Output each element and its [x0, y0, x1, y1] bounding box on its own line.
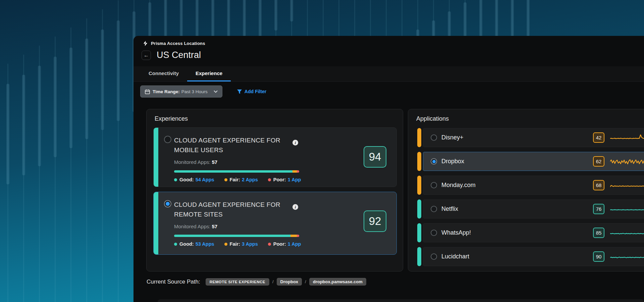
app-accent-stripe	[417, 152, 421, 171]
app-accent-stripe	[417, 128, 421, 147]
application-score-badge: 62	[593, 156, 604, 167]
content-area: Experiences CLOUD AGENT EXPERIENCE FORMO…	[146, 109, 644, 271]
application-sparkline	[610, 132, 644, 144]
application-row[interactable]: Disney+ 42	[417, 128, 644, 147]
application-radio[interactable]	[431, 158, 437, 165]
apps-distribution-bar	[174, 235, 299, 237]
back-button[interactable]: ←	[142, 51, 151, 60]
monitored-apps: Monitored Apps:57	[174, 224, 396, 229]
application-score-badge: 85	[593, 228, 604, 238]
experience-title: CLOUD AGENT EXPERIENCE FORREMOTE SITES	[174, 200, 288, 219]
app-window: Prisma Access Locations ← US Central Con…	[133, 36, 644, 302]
application-score-badge: 76	[593, 204, 604, 214]
good-segment	[174, 235, 290, 237]
path-separator: /	[272, 279, 274, 284]
calendar-icon	[145, 89, 150, 94]
fair-segment	[290, 235, 297, 237]
path-separator: /	[305, 279, 306, 284]
application-radio[interactable]	[431, 134, 437, 141]
poor-segment	[297, 170, 299, 173]
application-row[interactable]: Lucidchart 90	[417, 247, 644, 266]
app-accent-stripe	[417, 176, 421, 195]
source-path-chip: Dropbox	[277, 278, 302, 286]
experience-card[interactable]: CLOUD AGENT EXPERIENCE FORMOBILE USERS i…	[153, 127, 397, 187]
good-dot-icon	[174, 243, 177, 246]
legend-good: Good:53 Apps	[174, 241, 214, 247]
fair-dot-icon	[224, 243, 227, 246]
title-row: ← US Central	[142, 50, 201, 60]
app-accent-stripe	[417, 247, 421, 266]
info-icon[interactable]: i	[292, 140, 298, 145]
good-segment	[174, 170, 292, 173]
next-section-edge	[158, 299, 644, 302]
tab-experience[interactable]: Experience	[187, 66, 231, 81]
filter-bar: Time Range: Past 3 Hours Add Filter	[140, 85, 266, 98]
monitored-apps: Monitored Apps:57	[174, 159, 396, 165]
time-range-label: Time Range:	[153, 89, 180, 94]
current-source-path: Current Source Path: REMOTE SITE EXPERIE…	[147, 278, 366, 286]
app-accent-stripe	[417, 223, 421, 242]
application-card[interactable]: WhatsApp! 85	[423, 223, 644, 242]
experience-radio[interactable]	[164, 136, 171, 143]
apps-distribution-bar	[174, 170, 299, 173]
filter-funnel-icon	[237, 89, 242, 94]
source-path-chip: REMOTE SITE EXPERIENCE	[206, 278, 269, 286]
application-sparkline	[610, 227, 644, 239]
prisma-logo-icon	[143, 41, 148, 46]
good-dot-icon	[174, 178, 177, 181]
application-sparkline	[610, 251, 644, 263]
poor-dot-icon	[268, 243, 271, 246]
poor-apps-link[interactable]: 1 App	[288, 241, 301, 247]
brand: Prisma Access Locations	[143, 41, 205, 46]
application-radio[interactable]	[431, 182, 437, 188]
fair-segment	[292, 170, 297, 173]
application-name: Dropbox	[441, 158, 464, 165]
legend-poor: Poor:1 App	[268, 241, 301, 247]
good-apps-link[interactable]: 53 Apps	[196, 241, 214, 247]
application-name: Monday.com	[441, 182, 476, 189]
legend-fair: Fair:2 Apps	[224, 177, 258, 182]
application-score-badge: 42	[593, 132, 604, 143]
time-range-value: Past 3 Hours	[181, 89, 208, 94]
application-row[interactable]: WhatsApp! 85	[417, 223, 644, 242]
fair-dot-icon	[224, 178, 227, 181]
info-icon[interactable]: i	[292, 204, 298, 210]
application-radio[interactable]	[431, 206, 437, 212]
application-row[interactable]: Netflix 76	[417, 199, 644, 219]
application-card[interactable]: Netflix 76	[423, 199, 644, 219]
fair-apps-link[interactable]: 3 Apps	[242, 241, 258, 247]
source-path-chip: dropbox.panwsase.com	[309, 278, 366, 286]
poor-apps-link[interactable]: 1 App	[288, 177, 301, 182]
application-score-badge: 68	[593, 180, 604, 190]
apps-legend: Good:53 Apps Fair:3 Apps Poor:1 App	[174, 241, 396, 247]
chevron-down-icon	[214, 90, 218, 93]
application-card[interactable]: Lucidchart 90	[423, 247, 644, 266]
applications-panel-title: Applications	[416, 115, 449, 122]
application-card[interactable]: Monday.com 68	[423, 176, 644, 195]
good-apps-link[interactable]: 54 Apps	[196, 177, 214, 182]
card-accent-stripe	[154, 128, 158, 187]
tab-bar: Connectivity Experience	[133, 66, 644, 82]
application-sparkline	[610, 179, 644, 191]
experiences-panel: Experiences CLOUD AGENT EXPERIENCE FORMO…	[146, 109, 403, 271]
apps-legend: Good:54 Apps Fair:2 Apps Poor:1 App	[174, 177, 396, 182]
experience-radio[interactable]	[164, 200, 171, 207]
legend-poor: Poor:1 App	[268, 177, 301, 182]
tab-connectivity[interactable]: Connectivity	[140, 66, 187, 81]
poor-dot-icon	[268, 178, 271, 181]
app-title: Prisma Access Locations	[151, 41, 205, 46]
app-accent-stripe	[417, 199, 421, 219]
application-radio[interactable]	[431, 230, 437, 236]
application-card[interactable]: Disney+ 42	[423, 128, 644, 147]
application-radio[interactable]	[431, 253, 437, 260]
application-card[interactable]: Dropbox 62	[423, 152, 644, 171]
experience-card[interactable]: CLOUD AGENT EXPERIENCE FORREMOTE SITES i…	[153, 192, 397, 255]
application-sparkline	[610, 203, 644, 215]
time-range-dropdown[interactable]: Time Range: Past 3 Hours	[140, 85, 222, 98]
fair-apps-link[interactable]: 2 Apps	[242, 177, 258, 182]
application-name: Disney+	[441, 134, 464, 141]
application-row[interactable]: Monday.com 68	[417, 176, 644, 195]
application-row[interactable]: Dropbox 62	[417, 152, 644, 171]
add-filter-label: Add Filter	[245, 89, 266, 94]
add-filter-button[interactable]: Add Filter	[237, 89, 266, 94]
